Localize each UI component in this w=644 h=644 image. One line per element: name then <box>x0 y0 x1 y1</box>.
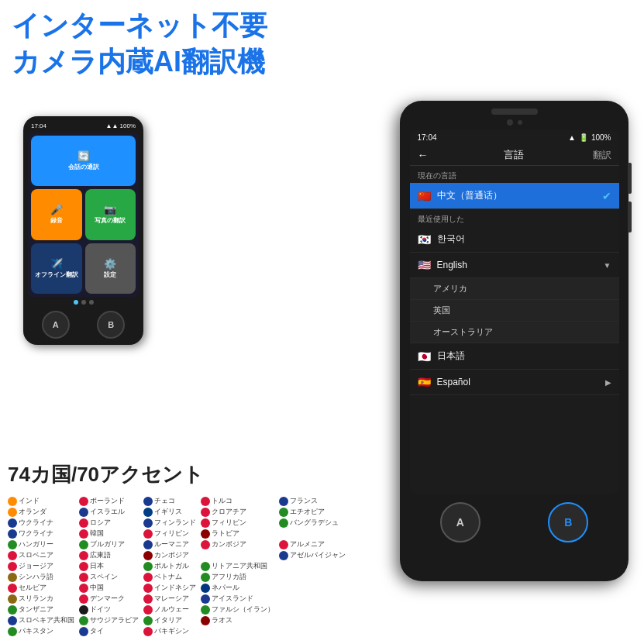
country-item: ノルウェー <box>143 604 196 615</box>
lang-sub-uk[interactable]: 英国 <box>410 300 619 322</box>
country-name: ベトナム <box>154 572 182 582</box>
country-name: セルビア <box>19 583 46 593</box>
sensor-dot <box>518 120 522 125</box>
lang-item-english[interactable]: 🇺🇸 English ▼ <box>410 253 619 278</box>
country-name: アゼルバイジャン <box>290 550 346 560</box>
country-item: カンボジア <box>201 539 274 549</box>
country-item: イタリア <box>143 615 196 625</box>
country-flag <box>143 584 153 593</box>
country-flag <box>143 627 153 636</box>
country-name: 広東語 <box>90 550 111 560</box>
country-flag <box>79 605 88 615</box>
tile-settings[interactable]: ⚙️ 設定 <box>85 243 136 294</box>
country-name: スロベキア共和国 <box>19 615 74 625</box>
country-name: 中国 <box>90 583 104 593</box>
country-item: スロベキア共和国 <box>8 615 74 625</box>
country-flag <box>143 518 153 528</box>
country-name: イタリア <box>154 615 182 625</box>
side-button-mid[interactable] <box>628 201 632 232</box>
country-name: アフリカ語 <box>212 572 246 582</box>
country-item: ポーランド <box>79 496 139 506</box>
button-a-small[interactable]: A <box>42 311 70 339</box>
country-flag <box>143 540 153 549</box>
icons-small: ▲▲ 100% <box>105 122 136 129</box>
country-name: オランダ <box>19 507 46 517</box>
country-item: ブルガリア <box>79 539 139 549</box>
country-item: ハンガリー <box>8 539 74 549</box>
country-item: フィリピン <box>143 529 196 539</box>
back-arrow[interactable]: ← <box>418 149 429 161</box>
country-flag <box>8 529 17 539</box>
country-item: スペイン <box>79 572 139 582</box>
tile-offline[interactable]: ✈️ オフライン翻訳 <box>31 243 82 294</box>
country-name: アルメニア <box>290 539 325 549</box>
country-flag <box>201 508 210 517</box>
country-item: オランダ <box>8 507 74 517</box>
country-name: ポルトガル <box>154 561 189 571</box>
country-item: ドイツ <box>79 604 139 615</box>
country-flag <box>143 616 153 625</box>
countries-grid: インドポーランドチェコトルコフランスオランダイスラエルイギリスクロアチアエチオピ… <box>8 496 341 636</box>
bottom-section: 74カ国/70アクセント インドポーランドチェコトルコフランスオランダイスラエル… <box>8 461 341 636</box>
lang-sub-america[interactable]: アメリカ <box>410 278 619 300</box>
country-flag <box>8 551 17 560</box>
button-a-big[interactable]: A <box>440 502 480 542</box>
country-name: ドイツ <box>90 604 111 615</box>
nav-bar: ← 言語 翻訳 <box>410 145 619 166</box>
country-item: ルーマニア <box>143 539 196 549</box>
tile-photo[interactable]: 📷 写真の翻訳 <box>85 189 136 239</box>
country-name: サウジアラビア <box>90 615 139 625</box>
country-name: バキギシン <box>154 626 189 636</box>
country-flag <box>201 497 210 506</box>
button-row-big: A B <box>406 502 622 542</box>
country-name: デンマーク <box>90 594 125 604</box>
country-item: ジョージア <box>8 561 74 571</box>
status-bar-small: 17:04 ▲▲ 100% <box>28 122 139 129</box>
country-name: スペイン <box>90 572 118 582</box>
country-flag <box>143 562 153 571</box>
country-flag <box>201 584 210 593</box>
country-flag <box>279 551 288 560</box>
button-b-big[interactable]: B <box>548 502 588 542</box>
lang-sub-australia[interactable]: オーストラリア <box>410 322 619 343</box>
country-flag <box>143 605 153 615</box>
country-item: トルコ <box>201 496 274 506</box>
country-item: バングラデシュ <box>279 518 346 528</box>
country-item: スリランカ <box>8 594 74 604</box>
country-item: インド <box>8 496 74 506</box>
country-item <box>201 626 274 636</box>
lang-item-spanish[interactable]: 🇪🇸 Español ▶ <box>410 370 619 395</box>
country-name: バングラデシュ <box>290 518 339 528</box>
lang-item-japanese[interactable]: 🇯🇵 日本語 <box>410 343 619 370</box>
lang-item-korean[interactable]: 🇰🇷 한국어 <box>410 226 619 253</box>
country-name: カンボジア <box>212 539 246 549</box>
country-item: イギリス <box>143 507 196 517</box>
language-list: 現在の言語 🇨🇳 中文（普通话） ✔ 最近使用した 🇰🇷 한국어 🇺🇸 Engl… <box>410 166 619 494</box>
country-item <box>279 561 346 571</box>
country-flag <box>143 573 153 582</box>
country-name: ワクライナ <box>19 529 53 539</box>
country-name: 韓国 <box>90 529 104 539</box>
lang-item-chinese[interactable]: 🇨🇳 中文（普通话） ✔ <box>410 183 619 209</box>
country-item: 日本 <box>79 561 139 571</box>
country-item: 中国 <box>79 583 139 593</box>
tile-conversation[interactable]: 🔄 会話の通訳 <box>31 136 136 186</box>
country-item <box>279 572 346 582</box>
country-flag <box>8 594 17 604</box>
country-flag <box>8 508 17 517</box>
country-item: リトアニア共和国 <box>201 561 274 571</box>
button-b-small[interactable]: B <box>97 311 125 339</box>
country-name: アイスランド <box>212 594 253 604</box>
country-item: ラトビア <box>201 529 274 539</box>
top-camera-area <box>507 119 522 126</box>
country-flag <box>201 529 210 539</box>
country-item: パキスタン <box>8 626 74 636</box>
country-flag <box>8 562 17 571</box>
side-button-top[interactable] <box>628 163 632 194</box>
country-name: インドネシア <box>154 583 196 593</box>
country-flag <box>201 605 210 615</box>
tile-recording[interactable]: 🎤 録音 <box>31 189 82 239</box>
country-item <box>279 594 346 604</box>
country-item: フィンランド <box>143 518 196 528</box>
country-flag <box>79 573 88 582</box>
